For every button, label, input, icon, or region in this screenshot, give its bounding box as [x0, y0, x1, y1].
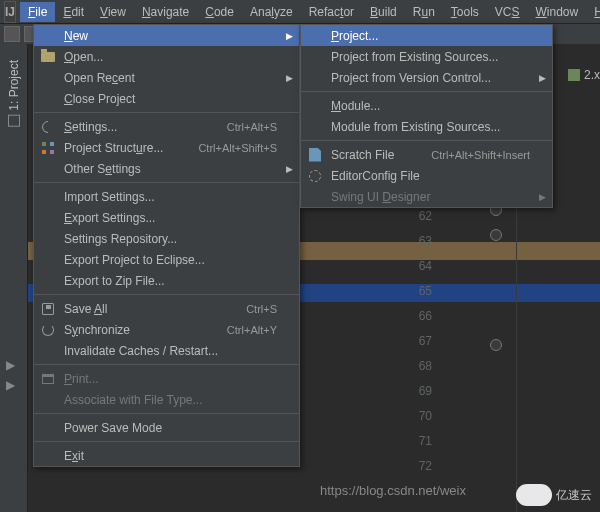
print-icon — [42, 374, 54, 384]
left-toolwindow-bar: 1: Project — [0, 44, 28, 512]
line-number: 66 — [406, 304, 432, 329]
menubar-he[interactable]: He — [586, 2, 600, 22]
file-menu-item[interactable]: Print... — [34, 368, 299, 389]
menu-item-label: Export Settings... — [64, 211, 277, 225]
scratch-icon — [309, 148, 321, 162]
new-menu-item[interactable]: Project... — [301, 25, 552, 46]
menubar-build[interactable]: Build — [362, 2, 405, 22]
menubar-file[interactable]: File — [20, 2, 55, 22]
file-menu: New▶Open...Open Recent▶Close ProjectSett… — [33, 24, 300, 467]
line-number: 65 — [406, 279, 432, 304]
cloud-icon — [516, 484, 552, 506]
fold-gutter — [490, 204, 506, 364]
file-menu-item[interactable]: Open Recent▶ — [34, 67, 299, 88]
menu-item-label: Settings... — [64, 120, 227, 134]
new-menu-item[interactable]: Project from Existing Sources... — [301, 46, 552, 67]
menubar-refactor[interactable]: Refactor — [301, 2, 362, 22]
new-menu-item[interactable]: Module... — [301, 95, 552, 116]
menu-item-label: Project Structure... — [64, 141, 198, 155]
file-menu-item[interactable]: Associate with File Type... — [34, 389, 299, 410]
new-menu-item[interactable]: Project from Version Control...▶ — [301, 67, 552, 88]
menu-separator — [34, 413, 299, 414]
menu-item-label: Other Settings — [64, 162, 277, 176]
menu-item-label: Scratch File — [331, 148, 431, 162]
menubar-tools[interactable]: Tools — [443, 2, 487, 22]
file-menu-item[interactable]: Export Project to Eclipse... — [34, 249, 299, 270]
watermark-url: https://blog.csdn.net/weix — [320, 483, 466, 498]
new-menu-item[interactable]: Swing UI Designer▶ — [301, 186, 552, 207]
menu-separator — [34, 182, 299, 183]
menubar-navigate[interactable]: Navigate — [134, 2, 197, 22]
line-number: 70 — [406, 404, 432, 429]
menu-separator — [34, 112, 299, 113]
menu-separator — [34, 364, 299, 365]
menu-shortcut: Ctrl+Alt+Y — [227, 324, 277, 336]
menubar-edit[interactable]: Edit — [55, 2, 92, 22]
submenu-arrow-icon: ▶ — [286, 73, 293, 83]
app-icon: IJ — [4, 1, 16, 23]
file-menu-item[interactable]: Settings Repository... — [34, 228, 299, 249]
editor-tab[interactable]: 2.xml — [568, 68, 600, 82]
file-menu-item[interactable]: Export Settings... — [34, 207, 299, 228]
file-menu-item[interactable]: Settings...Ctrl+Alt+S — [34, 116, 299, 137]
gear-icon — [309, 170, 321, 182]
file-menu-item[interactable]: Project Structure...Ctrl+Alt+Shift+S — [34, 137, 299, 158]
file-menu-item[interactable]: Save AllCtrl+S — [34, 298, 299, 319]
project-tool-label: 1: Project — [7, 60, 21, 111]
menu-item-label: Invalidate Caches / Restart... — [64, 344, 277, 358]
file-menu-item[interactable]: New▶ — [34, 25, 299, 46]
menu-separator — [301, 91, 552, 92]
line-number-gutter: 6263646566676869707172 — [406, 204, 432, 479]
file-menu-item[interactable]: Invalidate Caches / Restart... — [34, 340, 299, 361]
menubar-run[interactable]: Run — [405, 2, 443, 22]
menu-separator — [301, 140, 552, 141]
toolwindow-arrows: ▶ ▶ — [6, 358, 15, 392]
menu-item-label: Project from Version Control... — [331, 71, 530, 85]
menu-item-label: Synchronize — [64, 323, 227, 337]
menu-item-label: EditorConfig File — [331, 169, 530, 183]
menu-item-label: Swing UI Designer — [331, 190, 530, 204]
menubar-vcs[interactable]: VCS — [487, 2, 528, 22]
new-menu-item[interactable]: Scratch FileCtrl+Alt+Shift+Insert — [301, 144, 552, 165]
submenu-arrow-icon: ▶ — [286, 164, 293, 174]
menubar-code[interactable]: Code — [197, 2, 242, 22]
xml-file-icon — [568, 69, 580, 81]
file-menu-item[interactable]: Power Save Mode — [34, 417, 299, 438]
menu-shortcut: Ctrl+S — [246, 303, 277, 315]
menubar-view[interactable]: View — [92, 2, 134, 22]
arrow-right-icon: ▶ — [6, 378, 15, 392]
project-tool-icon — [8, 115, 20, 127]
line-number: 69 — [406, 379, 432, 404]
watermark-brand: 亿速云 — [516, 484, 592, 506]
file-menu-item[interactable]: SynchronizeCtrl+Alt+Y — [34, 319, 299, 340]
folder-icon — [41, 52, 55, 62]
file-menu-item[interactable]: Close Project — [34, 88, 299, 109]
tool-new-icon[interactable] — [4, 26, 20, 42]
menu-item-label: Module from Existing Sources... — [331, 120, 530, 134]
menu-item-label: Open... — [64, 50, 277, 64]
new-menu-item[interactable]: EditorConfig File — [301, 165, 552, 186]
line-number: 63 — [406, 229, 432, 254]
project-tool-tab[interactable]: 1: Project — [5, 56, 23, 131]
file-menu-item[interactable]: Import Settings... — [34, 186, 299, 207]
menu-item-label: Export to Zip File... — [64, 274, 277, 288]
menubar-analyze[interactable]: Analyze — [242, 2, 301, 22]
new-menu-item[interactable]: Module from Existing Sources... — [301, 116, 552, 137]
file-menu-item[interactable]: Other Settings▶ — [34, 158, 299, 179]
fold-icon[interactable] — [490, 339, 502, 351]
disk-icon — [42, 303, 54, 315]
file-menu-item[interactable]: Open... — [34, 46, 299, 67]
menubar-window[interactable]: Window — [528, 2, 587, 22]
menu-item-label: Project... — [331, 29, 530, 43]
menu-item-label: New — [64, 29, 277, 43]
menu-item-label: Close Project — [64, 92, 277, 106]
line-number: 64 — [406, 254, 432, 279]
menubar: IJ FileEditViewNavigateCodeAnalyzeRefact… — [0, 0, 600, 24]
menu-separator — [34, 294, 299, 295]
menu-item-label: Power Save Mode — [64, 421, 277, 435]
file-menu-item[interactable]: Exit — [34, 445, 299, 466]
fold-icon[interactable] — [490, 229, 502, 241]
file-menu-item[interactable]: Export to Zip File... — [34, 270, 299, 291]
menu-item-label: Module... — [331, 99, 530, 113]
menu-item-label: Project from Existing Sources... — [331, 50, 530, 64]
